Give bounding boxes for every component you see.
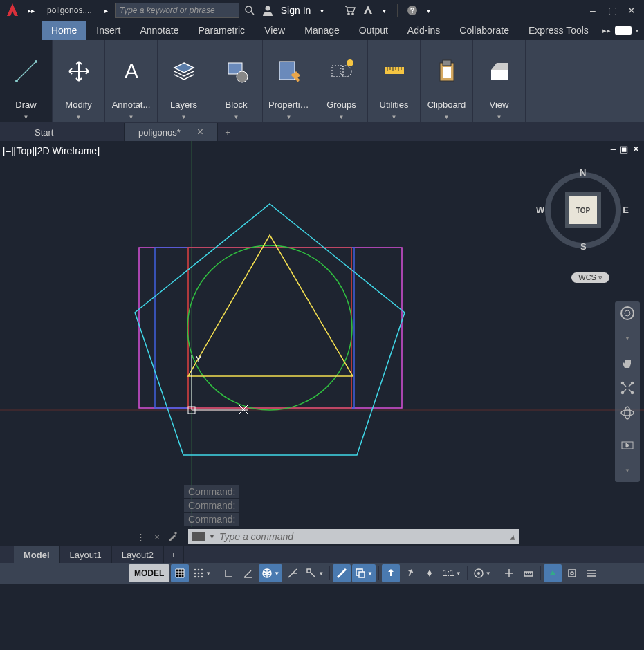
search-icon[interactable] xyxy=(242,3,257,18)
viewcube-east[interactable]: E xyxy=(623,205,629,215)
line-tool-icon[interactable] xyxy=(12,43,40,97)
workspace-switch[interactable]: ▼ xyxy=(470,564,494,582)
ribbon-state-dropdown-icon[interactable]: ▾ xyxy=(636,28,638,34)
panel-expand-icon[interactable]: ▼ xyxy=(475,111,524,122)
panel-modify[interactable]: Modify ▼ xyxy=(53,40,105,122)
tab-parametric[interactable]: Parametric xyxy=(188,21,255,40)
layout-tab-1[interactable]: Layout1 xyxy=(60,546,112,563)
panel-expand-icon[interactable]: ▼ xyxy=(264,111,313,122)
text-tool-icon[interactable]: A xyxy=(118,43,145,97)
transparency-toggle[interactable]: ▼ xyxy=(352,564,376,582)
units-toggle[interactable] xyxy=(519,564,537,582)
drawing-viewport[interactable]: [–][Top][2D Wireframe] – ▣ ✕ Y TOP xyxy=(0,141,644,527)
clipboard-icon[interactable] xyxy=(433,43,461,97)
layout-tab-2[interactable]: Layout2 xyxy=(112,546,164,563)
viewcube[interactable]: TOP N S W E xyxy=(542,169,625,252)
panel-expand-icon[interactable]: ▼ xyxy=(317,111,366,122)
add-layout-button[interactable]: + xyxy=(164,546,184,563)
move-tool-icon[interactable] xyxy=(65,43,93,97)
command-input[interactable]: ▼ Type a command ▴ xyxy=(188,529,519,544)
tab-insert[interactable]: Insert xyxy=(86,21,130,40)
pan-icon[interactable] xyxy=(618,354,636,372)
tab-annotate[interactable]: Annotate xyxy=(130,21,188,40)
groups-icon[interactable] xyxy=(328,43,356,97)
tab-express-tools[interactable]: Express Tools xyxy=(519,21,598,40)
panel-expand-icon[interactable]: ▼ xyxy=(369,111,418,122)
osnap-tracking-toggle[interactable] xyxy=(284,564,302,582)
block-insert-icon[interactable] xyxy=(223,43,250,97)
snap-toggle[interactable]: ▼ xyxy=(190,564,214,582)
signin-link[interactable]: Sign In xyxy=(278,5,314,16)
tab-view[interactable]: View xyxy=(255,21,295,40)
app-logo[interactable] xyxy=(4,2,21,19)
polar-toggle[interactable] xyxy=(239,564,257,582)
tab-home[interactable]: Home xyxy=(42,21,86,40)
minimize-button[interactable]: – xyxy=(585,2,601,19)
panel-clipboard[interactable]: Clipboard ▼ xyxy=(421,40,473,122)
tab-output[interactable]: Output xyxy=(349,21,398,40)
cmdline-close-icon[interactable]: × xyxy=(151,530,163,543)
annotation-monitor[interactable] xyxy=(500,564,518,582)
nav-collapse-icon[interactable]: ▼ xyxy=(618,461,636,479)
help-dropdown-icon[interactable]: ▾ xyxy=(423,7,434,15)
dynamic-ucs-toggle[interactable] xyxy=(421,564,439,582)
panel-view[interactable]: View ▼ xyxy=(473,40,526,122)
orbit-icon[interactable] xyxy=(618,404,636,422)
cart-icon[interactable] xyxy=(342,3,358,18)
panel-expand-icon[interactable]: ▼ xyxy=(159,111,208,122)
panel-expand-icon[interactable]: ▼ xyxy=(212,111,261,122)
viewcube-north[interactable]: N xyxy=(580,167,586,178)
tab-collaborate[interactable]: Collaborate xyxy=(450,21,519,40)
view-base-icon[interactable] xyxy=(486,43,513,97)
panel-expand-icon[interactable]: ▼ xyxy=(54,111,103,122)
quick-properties-toggle[interactable] xyxy=(544,564,562,582)
panel-layers[interactable]: Layers ▼ xyxy=(158,40,210,122)
properties-icon[interactable] xyxy=(275,43,303,97)
panel-utilities[interactable]: Utilities ▼ xyxy=(368,40,421,122)
tab-manage[interactable]: Manage xyxy=(295,21,349,40)
maximize-button[interactable]: ▢ xyxy=(604,2,620,19)
panel-expand-icon[interactable]: ▼ xyxy=(1,111,50,122)
user-icon[interactable] xyxy=(260,3,275,18)
signin-dropdown-icon[interactable]: ▾ xyxy=(316,7,328,15)
isodraft-toggle[interactable]: ▼ xyxy=(259,564,282,582)
modelspace-toggle[interactable]: MODEL xyxy=(129,564,169,582)
3dosnap-toggle[interactable] xyxy=(401,564,419,582)
layout-tab-model[interactable]: Model xyxy=(14,546,60,563)
grid-toggle[interactable] xyxy=(171,564,189,582)
close-tab-icon[interactable]: × xyxy=(197,126,203,138)
customize-status-icon[interactable] xyxy=(582,564,600,582)
layers-icon[interactable] xyxy=(170,43,198,97)
autodesk-app-icon[interactable] xyxy=(360,3,376,18)
lineweight-toggle[interactable] xyxy=(333,564,351,582)
nav-wheel-icon[interactable] xyxy=(618,304,636,322)
tab-addins[interactable]: Add-ins xyxy=(398,21,450,40)
cmdline-recent-icon[interactable]: ▼ xyxy=(209,533,215,540)
cmdline-customize-icon[interactable] xyxy=(167,530,180,543)
add-tab-button[interactable]: + xyxy=(218,123,237,141)
measure-icon[interactable] xyxy=(380,43,408,97)
panel-properties[interactable]: Properties ▼ xyxy=(263,40,315,122)
showmotion-icon[interactable] xyxy=(618,436,636,454)
doc-tab-file[interactable]: poligonos*× xyxy=(125,123,218,141)
qat-expand-icon[interactable]: ▸▸ xyxy=(24,7,39,15)
panel-groups[interactable]: Groups ▼ xyxy=(315,40,368,122)
ribbon-state-toggle[interactable] xyxy=(615,26,632,35)
annotation-scale[interactable]: 1:1▼ xyxy=(440,564,464,582)
nav-expand-icon[interactable]: ▼ xyxy=(618,329,636,347)
viewcube-west[interactable]: W xyxy=(536,205,544,215)
cmdline-handle-icon[interactable]: ⋮ xyxy=(134,530,147,543)
zoom-extents-icon[interactable] xyxy=(618,379,636,397)
ortho-toggle[interactable] xyxy=(220,564,238,582)
ribbon-overflow-icon[interactable]: ▸▸ xyxy=(602,26,611,35)
wcs-badge[interactable]: WCS ▿ xyxy=(571,272,609,283)
help-icon[interactable]: ? xyxy=(405,3,420,18)
panel-block[interactable]: Block ▼ xyxy=(210,40,263,122)
osnap-toggle[interactable]: ▼ xyxy=(303,564,326,582)
viewcube-face[interactable]: TOP xyxy=(569,196,597,224)
viewcube-south[interactable]: S xyxy=(580,241,587,252)
panel-expand-icon[interactable]: ▼ xyxy=(422,111,471,122)
doc-tab-start[interactable]: Start xyxy=(21,123,125,141)
close-button[interactable]: ✕ xyxy=(623,2,640,19)
cmdline-expand-icon[interactable]: ▴ xyxy=(510,531,515,542)
